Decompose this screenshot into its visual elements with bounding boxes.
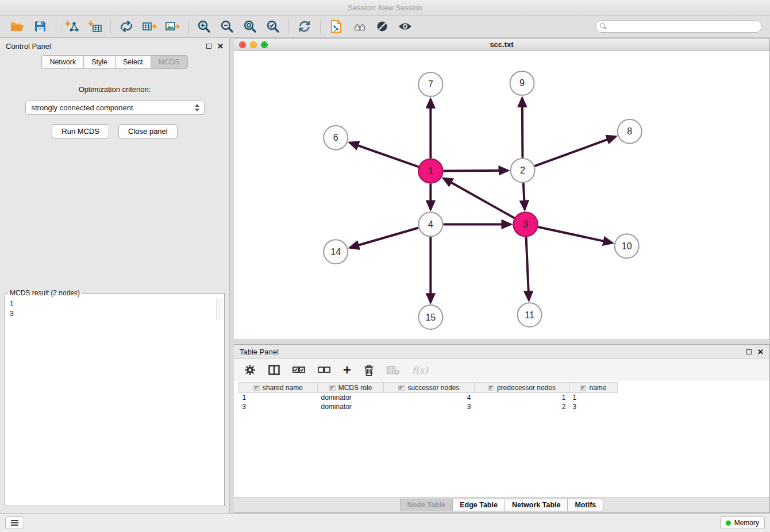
- cell-predecessor-nodes[interactable]: 2: [475, 402, 569, 411]
- cell-shared-name[interactable]: 3: [239, 402, 318, 411]
- tab-motifs[interactable]: Motifs: [567, 499, 603, 511]
- close-panel-button[interactable]: ✕: [217, 43, 224, 50]
- mcds-panel: Optimization criterion: strongly connect…: [0, 74, 229, 513]
- tab-network-table[interactable]: Network Table: [505, 499, 568, 511]
- tab-node-table[interactable]: Node Table: [400, 499, 452, 511]
- save-icon: [34, 20, 47, 33]
- float-table-panel-button[interactable]: [746, 349, 752, 354]
- table-settings-button[interactable]: [244, 364, 256, 376]
- show-columns-button[interactable]: [268, 365, 280, 375]
- network-window-title: scc.txt: [234, 40, 769, 49]
- workspace: Control Panel ✕ Network Style Select MCD…: [0, 38, 770, 513]
- zoom-fit-button[interactable]: [238, 17, 261, 36]
- close-table-panel-button[interactable]: ✕: [757, 348, 764, 356]
- column-header-predecessor-nodes[interactable]: predecessor nodes: [475, 383, 569, 393]
- graph-node-label: 4: [428, 219, 433, 229]
- function-builder-button[interactable]: f(x): [412, 365, 428, 376]
- zoom-in-button[interactable]: [192, 17, 215, 36]
- zoom-selected-button[interactable]: [261, 17, 284, 36]
- cell-successor-nodes[interactable]: 4: [384, 393, 475, 402]
- tab-mcds[interactable]: MCDS: [151, 55, 188, 69]
- add-row-button[interactable]: +: [343, 363, 351, 377]
- zoom-window-button[interactable]: +: [261, 41, 268, 48]
- graph-edge-2-8[interactable]: [534, 137, 615, 166]
- plus-icon: +: [343, 363, 351, 377]
- graph-node-label: 11: [525, 310, 534, 320]
- close-panel-button-secondary[interactable]: Close panel: [118, 124, 178, 138]
- delete-row-button[interactable]: [364, 364, 374, 376]
- deselect-all-button[interactable]: [318, 366, 330, 374]
- export-network-button[interactable]: [115, 17, 138, 36]
- cell-mcds-role[interactable]: dominator: [318, 393, 384, 402]
- mcds-result-list[interactable]: 1 3: [6, 298, 223, 320]
- show-button[interactable]: [394, 17, 417, 36]
- toolbar-separator: [56, 19, 56, 34]
- run-mcds-button[interactable]: Run MCDS: [52, 124, 109, 138]
- close-window-button[interactable]: ×: [239, 41, 246, 48]
- import-table-button[interactable]: [83, 17, 106, 36]
- export-table-button[interactable]: [138, 17, 161, 36]
- task-history-button[interactable]: [5, 516, 24, 529]
- column-header-successor-nodes[interactable]: successor nodes: [384, 383, 475, 393]
- hide-button[interactable]: [371, 17, 394, 36]
- toolbar-separator: [288, 19, 289, 34]
- save-session-button[interactable]: [29, 17, 52, 36]
- graph-edge-1-2[interactable]: [443, 171, 507, 171]
- search-input[interactable]: [595, 20, 762, 33]
- table-row[interactable]: 1 dominator 4 1 1: [239, 393, 618, 402]
- refresh-view-button[interactable]: [293, 17, 316, 36]
- network-view-window: scc.txt × − + 7968124314101511: [234, 38, 770, 340]
- graph-node-label: 14: [330, 247, 341, 257]
- cell-name[interactable]: 3: [569, 402, 618, 411]
- apply-style-button[interactable]: [325, 17, 348, 36]
- horizontal-splitter[interactable]: [234, 340, 770, 344]
- tab-edge-table[interactable]: Edge Table: [452, 499, 505, 511]
- optimization-criterion-select[interactable]: strongly connected component: [25, 101, 205, 115]
- checked-boxes-icon: [292, 366, 305, 374]
- delete-table-button[interactable]: [387, 365, 399, 375]
- tab-select[interactable]: Select: [115, 55, 151, 69]
- float-panel-button[interactable]: [206, 44, 211, 49]
- toolbar-separator: [188, 19, 188, 34]
- column-header-shared-name[interactable]: shared name: [239, 383, 318, 393]
- cell-predecessor-nodes[interactable]: 1: [475, 393, 569, 402]
- memory-status-icon: [726, 521, 731, 526]
- zoom-out-button[interactable]: [215, 17, 238, 36]
- column-header-mcds-role[interactable]: MCDS role: [318, 383, 384, 393]
- sort-icon: [253, 385, 260, 391]
- network-canvas[interactable]: 7968124314101511: [234, 51, 769, 340]
- mcds-result-box: MCDS result (2 nodes) 1 3: [5, 289, 225, 506]
- fx-icon: f(x): [412, 365, 428, 376]
- cell-successor-nodes[interactable]: 3: [384, 402, 475, 411]
- node-table: shared name MCDS rol: [234, 381, 769, 497]
- vertical-splitter[interactable]: [230, 38, 234, 513]
- memory-button[interactable]: Memory: [720, 516, 765, 529]
- graph-edge-3-1[interactable]: [444, 178, 514, 218]
- tab-style[interactable]: Style: [83, 55, 115, 69]
- graph-edge-4-14[interactable]: [350, 228, 418, 248]
- graph-edge-1-6[interactable]: [350, 142, 419, 167]
- select-all-button[interactable]: [292, 366, 305, 374]
- network-graph[interactable]: 7968124314101511: [234, 51, 769, 340]
- graph-edge-3-10[interactable]: [538, 227, 612, 243]
- import-network-button[interactable]: [60, 17, 83, 36]
- result-scrollbar[interactable]: [216, 298, 223, 320]
- table-row[interactable]: 3 dominator 3 2 3: [239, 402, 618, 411]
- sort-icon: [398, 385, 405, 391]
- cell-name[interactable]: 1: [569, 393, 618, 402]
- graph-edge-3-11[interactable]: [526, 237, 529, 300]
- table-toolbar: +: [234, 359, 769, 381]
- graph-edge-2-3[interactable]: [523, 183, 525, 210]
- cell-mcds-role[interactable]: dominator: [318, 402, 384, 411]
- column-header-name[interactable]: name: [569, 383, 618, 393]
- memory-label: Memory: [734, 519, 759, 527]
- graph-edge-2-9[interactable]: [522, 98, 523, 158]
- window-controls: × − +: [239, 41, 268, 48]
- export-image-button[interactable]: [161, 17, 184, 36]
- cell-shared-name[interactable]: 1: [239, 393, 318, 402]
- home-button[interactable]: ⌂⌂: [348, 17, 371, 36]
- graph-node-label: 3: [523, 219, 528, 229]
- minimize-window-button[interactable]: −: [250, 41, 257, 48]
- open-session-button[interactable]: [6, 17, 29, 36]
- tab-network[interactable]: Network: [41, 55, 83, 69]
